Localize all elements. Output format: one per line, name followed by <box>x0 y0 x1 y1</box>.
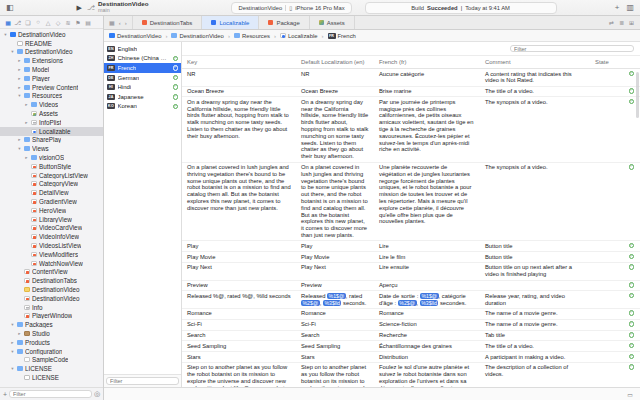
comment-cell[interactable]: Button title <box>480 241 590 251</box>
navigator-row[interactable]: ▸Videos <box>0 100 103 109</box>
table-row[interactable]: Ocean BreezeOcean BreezeBrise marineThe … <box>182 87 640 98</box>
comment-cell[interactable]: The name of a movie genre. <box>480 309 590 319</box>
breadcrumb-item[interactable]: Localizable <box>280 33 317 39</box>
navigator-row[interactable]: README <box>0 39 103 48</box>
navigator-row[interactable]: ▸Extensions <box>0 56 103 65</box>
language-row[interactable]: ENEnglish <box>104 44 181 54</box>
language-filter-input[interactable] <box>106 377 179 385</box>
french-cell[interactable]: Date de sortie : %1$@, catégorie d'âge :… <box>374 291 480 308</box>
french-cell[interactable]: Romance <box>374 309 480 319</box>
add-file-button[interactable]: + <box>3 391 7 398</box>
comment-cell[interactable]: Release year, rating, and video duration <box>480 291 590 308</box>
split-editor-icon[interactable]: ⊞ <box>629 19 634 26</box>
filter-recent-icon[interactable]: ◎ <box>94 390 100 398</box>
tab-destinationtabs[interactable]: DestinationTabs <box>133 16 203 29</box>
navigator-row[interactable]: ▾Configuration <box>0 347 103 356</box>
navigator-row[interactable]: ▸Model <box>0 65 103 74</box>
table-row[interactable]: StarsStarsDistributionA participant in m… <box>182 352 640 363</box>
issues-navigator-icon[interactable]: △ <box>44 19 52 26</box>
default-localization-cell[interactable]: Stars <box>296 352 374 362</box>
key-cell[interactable]: Seed Sampling <box>182 341 296 351</box>
activity-view[interactable]: Build Succeeded | Today at 9:41 AM <box>365 2 557 14</box>
column-header[interactable]: State <box>590 59 640 65</box>
navigator-row[interactable]: ▸SharePlay <box>0 136 103 145</box>
default-localization-cell[interactable]: Released %1$@, rated %2$@, %3$lld second… <box>296 291 374 308</box>
french-cell[interactable]: Lire <box>374 241 480 251</box>
tests-navigator-icon[interactable]: ◇ <box>54 19 62 26</box>
disclosure-icon[interactable]: ▸ <box>17 85 22 90</box>
disclosure-icon[interactable]: ▾ <box>10 349 15 354</box>
comment-cell[interactable] <box>480 281 590 291</box>
navigator-row[interactable]: DestinationVideo <box>0 285 103 294</box>
vertical-scrollbar[interactable] <box>636 72 639 118</box>
column-header[interactable]: Default Localization (en) <box>296 59 374 65</box>
default-localization-cell[interactable]: Ocean Breeze <box>296 87 374 97</box>
key-cell[interactable]: Stars <box>182 352 296 362</box>
disclosure-icon[interactable]: ▸ <box>17 76 22 81</box>
disclosure-icon[interactable]: ▸ <box>24 120 29 125</box>
comment-cell[interactable]: The name of a movie genre. <box>480 320 590 330</box>
comment-cell[interactable]: Tab title <box>480 331 590 341</box>
comment-cell[interactable]: The description of a collection of video… <box>480 363 590 387</box>
key-cell[interactable]: Sci-Fi <box>182 320 296 330</box>
default-localization-cell[interactable]: Play <box>296 241 374 251</box>
key-cell[interactable]: Search <box>182 331 296 341</box>
source-control-navigator-icon[interactable]: ⎇ <box>14 19 22 26</box>
french-cell[interactable]: Lire ensuite <box>374 263 480 280</box>
french-cell[interactable]: Une planète recouverte de végétation et … <box>374 163 480 241</box>
run-button[interactable]: ▶ <box>77 4 82 12</box>
navigator-row[interactable]: ▸visionOS <box>0 153 103 162</box>
table-row[interactable]: On a dreamy spring day near the Californ… <box>182 97 640 162</box>
french-cell[interactable]: Science-fiction <box>374 320 480 330</box>
default-localization-cell[interactable]: Preview <box>296 281 374 291</box>
default-localization-cell[interactable]: NR <box>296 69 374 86</box>
key-cell[interactable]: Romance <box>182 309 296 319</box>
default-localization-cell[interactable]: Play Next <box>296 263 374 280</box>
key-cell[interactable]: Play <box>182 241 296 251</box>
back-button[interactable]: ‹ <box>119 20 121 26</box>
default-localization-cell[interactable]: Search <box>296 331 374 341</box>
navigator-row[interactable]: DestinationVideo <box>0 294 103 303</box>
column-header[interactable]: Comment <box>480 59 590 65</box>
disclosure-icon[interactable]: ▸ <box>17 331 22 336</box>
disclosure-icon[interactable]: ▸ <box>24 102 29 107</box>
default-localization-cell[interactable]: Seed Sampling <box>296 341 374 351</box>
navigator-row[interactable]: Localizable <box>0 127 103 136</box>
column-header[interactable]: Key <box>182 59 296 65</box>
navigator-row[interactable]: LibraryView <box>0 215 103 224</box>
key-cell[interactable]: Play Movie <box>182 252 296 262</box>
disclosure-icon[interactable]: ▾ <box>10 366 15 371</box>
project-navigator-icon[interactable]: ▦ <box>4 19 12 26</box>
disclosure-icon[interactable]: ▾ <box>10 322 15 327</box>
language-row[interactable]: JAJapanese✓ <box>104 92 181 102</box>
navigator-row[interactable]: VideosListView <box>0 241 103 250</box>
navigator-row[interactable]: ViewModifiers <box>0 250 103 259</box>
breadcrumb-item[interactable]: FRFrench <box>328 33 356 39</box>
key-cell[interactable]: On a planet covered in lush jungles and … <box>182 163 296 241</box>
french-cell[interactable]: Lire le film <box>374 252 480 262</box>
reports-navigator-icon[interactable]: ▤ <box>84 19 92 26</box>
language-row[interactable]: ZHChinese (China mainland)✓ <box>104 54 181 64</box>
default-localization-cell[interactable]: Step on to another planet as you follow … <box>296 363 374 387</box>
disclosure-icon[interactable]: ▸ <box>17 58 22 63</box>
comment-cell[interactable]: The synopsis of a video. <box>480 163 590 241</box>
navigator-row[interactable]: ButtonStyle <box>0 162 103 171</box>
navigator-row[interactable]: ▸Player <box>0 74 103 83</box>
disclosure-icon[interactable]: ▾ <box>10 49 15 54</box>
french-cell[interactable]: Aucune catégorie <box>374 69 480 86</box>
sidebar-toggle-icon[interactable]: ◧ <box>6 4 14 12</box>
navigator-row[interactable]: CategoryListView <box>0 171 103 180</box>
navigator-row[interactable]: GradientView <box>0 197 103 206</box>
navigator-row[interactable]: HeroView <box>0 206 103 215</box>
french-cell[interactable]: Aperçu <box>374 281 480 291</box>
table-row[interactable]: NRNRAucune catégorieA content rating tha… <box>182 69 640 87</box>
navigator-row[interactable]: SampleCode <box>0 355 103 364</box>
french-cell[interactable]: Échantillonnage des graines <box>374 341 480 351</box>
breadcrumb-item[interactable]: Resources <box>234 33 270 39</box>
language-row[interactable]: HIHindi✓ <box>104 82 181 92</box>
swap-editor-icon[interactable]: ⇄ <box>609 19 614 26</box>
french-cell[interactable]: Recherche <box>374 331 480 341</box>
navigator-row[interactable]: ContentView <box>0 268 103 277</box>
navigator-row[interactable]: PlayerWindow <box>0 312 103 321</box>
bookmarks-navigator-icon[interactable]: ❏ <box>24 19 32 26</box>
